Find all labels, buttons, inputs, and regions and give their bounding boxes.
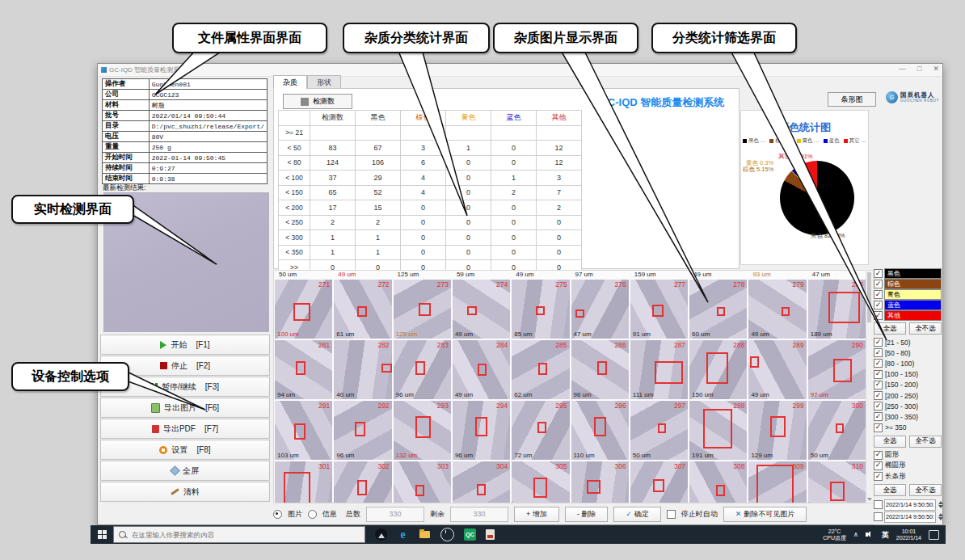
image-tile[interactable]: 29496 um — [453, 401, 510, 460]
image-tile[interactable]: 27949 um — [748, 280, 806, 339]
color-filter-bar[interactable]: 蓝色 — [884, 300, 942, 310]
image-tile[interactable]: 310 — [808, 461, 866, 503]
image-tile[interactable]: 28562 um — [512, 340, 569, 399]
maximize-button[interactable]: □ — [917, 65, 921, 73]
image-tile[interactable]: 280189 um — [808, 280, 866, 339]
image-tile[interactable]: 305 — [512, 461, 569, 503]
image-tile[interactable]: 29296 um — [334, 401, 391, 460]
settings-button[interactable]: 设置[F8] — [100, 440, 270, 460]
color-filter-bar[interactable]: 黑色 — [884, 268, 942, 279]
image-tile[interactable]: 298191 um — [689, 401, 747, 460]
image-tile[interactable]: 27449 um — [453, 280, 510, 339]
clock-app-icon[interactable] — [440, 528, 454, 541]
image-tile[interactable]: 27791 um — [630, 280, 688, 339]
color-filter-bar[interactable]: 其他 — [884, 310, 942, 321]
color-filter-checkbox[interactable] — [874, 311, 883, 320]
image-tile[interactable]: 27647 um — [571, 280, 629, 339]
image-tile[interactable]: 306 — [571, 461, 629, 503]
datetime-filter-checkbox[interactable] — [874, 512, 883, 521]
language-indicator[interactable]: 英 — [882, 532, 889, 538]
color-filter-bar[interactable]: 棕色 — [884, 279, 942, 289]
add-button[interactable]: + 增加 — [514, 507, 559, 522]
image-tile[interactable]: 271100 um — [275, 280, 332, 339]
image-tile[interactable]: 28194 um — [275, 340, 332, 399]
file-explorer-icon[interactable] — [419, 528, 431, 541]
image-tile[interactable]: 296110 um — [571, 401, 629, 460]
size-filter-checkbox[interactable] — [874, 338, 883, 347]
detect-count-toggle[interactable]: 检测数 — [283, 94, 352, 109]
delete-button[interactable]: - 删除 — [565, 507, 609, 522]
photos-app-icon[interactable] — [375, 528, 387, 541]
clock-datetime[interactable]: 10:012022/1/14 — [896, 528, 921, 541]
size-filter-checkbox[interactable] — [874, 359, 883, 368]
search-input[interactable] — [130, 530, 360, 540]
image-tile[interactable]: 29097 um — [808, 340, 866, 399]
color-filter-bar[interactable]: 黄色 — [884, 289, 942, 300]
image-tile[interactable]: 28396 um — [394, 340, 451, 399]
start-button-windows[interactable] — [91, 525, 113, 544]
radio-image[interactable] — [273, 510, 282, 519]
minimize-button[interactable]: — — [899, 65, 906, 73]
shape-filter-checkbox[interactable] — [874, 461, 883, 470]
tray-chevron-icon[interactable]: ∧ — [853, 532, 858, 538]
datetime-spinner[interactable] — [938, 501, 943, 508]
delete-invisible-button[interactable]: ✕删除不可见图片 — [723, 507, 807, 522]
start-button[interactable]: 开始[F1] — [100, 335, 270, 355]
image-tile[interactable]: 287111 um — [630, 340, 688, 399]
color-filter-checkbox[interactable] — [874, 280, 883, 288]
size-filter-checkbox[interactable] — [874, 370, 883, 379]
qc-app-icon[interactable]: QC — [464, 528, 476, 541]
image-tile[interactable]: 27860 um — [689, 280, 747, 339]
fullscreen-button[interactable]: 全屏 — [100, 461, 270, 481]
radio-info[interactable] — [308, 510, 317, 519]
taskbar-search[interactable] — [113, 526, 365, 543]
image-tile[interactable]: 27261 um — [334, 280, 391, 339]
size-filter-checkbox[interactable] — [874, 381, 883, 389]
scrollbar-thumb[interactable] — [867, 272, 871, 322]
image-tile[interactable]: 303 — [394, 461, 451, 503]
tab-impurity[interactable]: 杂质 — [273, 75, 307, 90]
image-tile[interactable]: 302 — [334, 461, 391, 503]
size-filter-checkbox[interactable] — [874, 423, 883, 432]
image-tile[interactable]: 27585 um — [512, 280, 569, 339]
image-tile[interactable]: 29572 um — [512, 401, 569, 460]
color-filter-checkbox[interactable] — [874, 290, 883, 299]
export-pdf-button[interactable]: 导出PDF[F7] — [100, 419, 270, 439]
size-filter-checkbox[interactable] — [874, 412, 883, 421]
close-button[interactable]: ✕ — [933, 65, 939, 73]
total-input[interactable] — [366, 507, 424, 522]
image-tile[interactable]: 308 — [689, 461, 747, 503]
image-tile[interactable]: 30050 um — [808, 401, 866, 460]
image-tile[interactable]: 307 — [630, 461, 688, 503]
color-filter-checkbox[interactable] — [874, 269, 883, 278]
image-tile[interactable]: 273125 um — [394, 280, 451, 339]
datetime-spinner[interactable] — [938, 513, 943, 520]
image-tile[interactable]: 29750 um — [630, 401, 688, 460]
color-filter-checkbox[interactable] — [874, 301, 883, 309]
sizes-select-all-button[interactable]: 全选 — [874, 436, 906, 448]
image-tile[interactable]: 28696 um — [571, 340, 629, 399]
image-tile[interactable]: 28449 um — [453, 340, 510, 399]
shape-filter-checkbox[interactable] — [874, 451, 883, 460]
shapes-select-none-button[interactable]: 全不选 — [909, 484, 942, 496]
image-tile[interactable]: 301 — [275, 461, 332, 503]
pdf-app-icon[interactable] — [486, 529, 495, 540]
export-image-button[interactable]: 导出图片[F6] — [100, 398, 270, 418]
image-tile[interactable]: 28240 um — [334, 340, 391, 399]
image-tile[interactable]: 299129 um — [748, 401, 806, 460]
shapes-select-all-button[interactable]: 全选 — [874, 484, 906, 496]
remain-input[interactable] — [450, 507, 508, 522]
size-filter-checkbox[interactable] — [874, 391, 883, 400]
clear-material-button[interactable]: 清料 — [100, 482, 270, 502]
stop-auto-checkbox[interactable] — [667, 510, 676, 519]
image-tile[interactable]: 288150 um — [689, 340, 747, 399]
notification-center-icon[interactable] — [929, 530, 939, 540]
image-tile[interactable]: 304 — [453, 461, 510, 503]
image-tile[interactable]: 291103 um — [275, 401, 332, 460]
shape-filter-checkbox[interactable] — [874, 472, 883, 481]
size-filter-checkbox[interactable] — [874, 402, 883, 411]
speaker-icon[interactable] — [866, 531, 874, 538]
datetime-filter-checkbox[interactable] — [874, 500, 883, 509]
bar-chart-button[interactable]: 条形图 — [828, 92, 876, 107]
colors-select-all-button[interactable]: 全选 — [874, 322, 906, 335]
